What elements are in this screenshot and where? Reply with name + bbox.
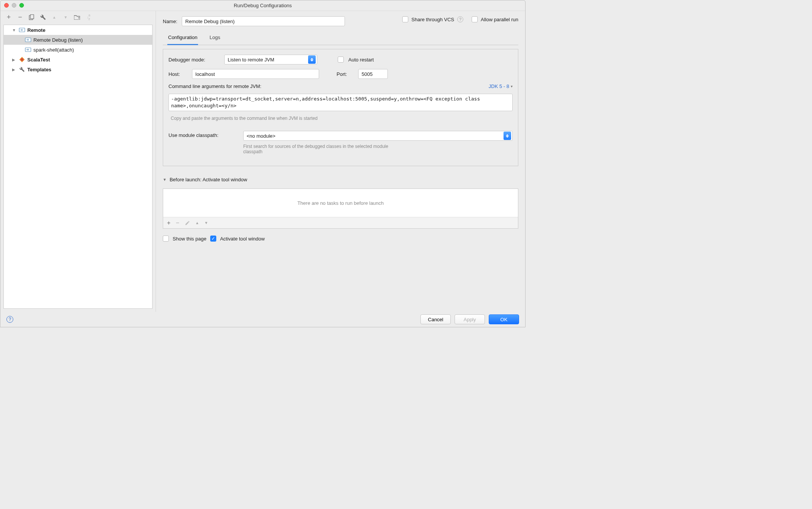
dialog-window: Run/Debug Configurations + − ▲ ▼ ↓az <box>0 0 526 327</box>
show-this-page-checkbox[interactable] <box>163 236 169 242</box>
allow-parallel-label: Allow parallel run <box>481 17 518 22</box>
select-stepper-icon <box>308 55 316 64</box>
cli-args-label: Command line arguments for remote JVM: <box>168 83 261 89</box>
close-icon[interactable] <box>4 3 9 8</box>
module-classpath-value: <no module> <box>247 133 275 139</box>
tab-logs[interactable]: Logs <box>209 31 221 45</box>
debugger-mode-select[interactable]: Listen to remote JVM <box>224 55 317 64</box>
help-button[interactable]: ? <box>6 316 13 323</box>
activate-tool-window-label: Activate tool window <box>220 236 265 242</box>
remote-icon <box>19 27 25 33</box>
chevron-down-icon: ▼ <box>12 28 17 32</box>
debugger-mode-label: Debugger mode: <box>168 57 220 63</box>
name-label: Name: <box>163 19 177 24</box>
tree-node-spark-shell-attach[interactable]: spark-shell(attach) <box>4 45 152 55</box>
tree-node-templates[interactable]: ▶ Templates <box>4 64 152 74</box>
tree-label: Remote Debug (listen) <box>33 37 83 43</box>
right-pane: Name: Share through VCS ? Allow parallel… <box>156 11 525 312</box>
tab-configuration[interactable]: Configuration <box>167 31 198 45</box>
titlebar: Run/Debug Configurations <box>0 0 525 11</box>
share-vcs-checkbox[interactable] <box>402 16 408 22</box>
port-input[interactable] <box>358 69 388 79</box>
window-controls <box>4 3 24 8</box>
chevron-right-icon: ▶ <box>12 68 17 72</box>
minimize-icon[interactable] <box>12 3 16 8</box>
cli-args-hint: Copy and paste the arguments to the comm… <box>168 116 513 121</box>
allow-parallel-checkbox[interactable] <box>472 16 478 22</box>
host-label: Host: <box>168 71 187 77</box>
tree-label: Templates <box>27 67 51 72</box>
remote-icon <box>25 47 31 52</box>
tree-label: ScalaTest <box>27 57 50 63</box>
tree-label: spark-shell(attach) <box>33 47 74 53</box>
dialog-footer: ? Cancel Apply OK <box>0 312 525 327</box>
svg-rect-5 <box>21 58 23 61</box>
port-label: Port: <box>337 71 354 77</box>
cli-args-textarea[interactable] <box>168 94 513 111</box>
share-vcs-label: Share through VCS <box>411 17 454 22</box>
chevron-down-icon: ▾ <box>511 84 513 88</box>
maximize-icon[interactable] <box>19 3 24 8</box>
before-launch-title: Before launch: Activate tool window <box>170 177 247 182</box>
name-input[interactable] <box>182 16 345 26</box>
module-classpath-hint: First search for sources of the debugged… <box>243 144 406 154</box>
chevron-right-icon: ▶ <box>12 58 17 62</box>
folder-icon[interactable] <box>74 14 80 20</box>
move-down-button[interactable]: ▼ <box>205 221 208 225</box>
move-up-button[interactable]: ▲ <box>195 221 199 225</box>
scalatest-icon <box>19 57 25 62</box>
add-task-button[interactable]: + <box>167 220 170 226</box>
activate-tool-window-checkbox[interactable]: ✓ <box>210 236 216 242</box>
module-classpath-label: Use module classpath: <box>168 131 239 138</box>
host-input[interactable] <box>192 69 319 79</box>
apply-button[interactable]: Apply <box>455 314 485 324</box>
auto-restart-checkbox[interactable] <box>338 57 344 63</box>
down-button[interactable]: ▼ <box>63 14 69 20</box>
cancel-button[interactable]: Cancel <box>420 314 451 324</box>
auto-restart-label: Auto restart <box>348 57 374 63</box>
module-classpath-select[interactable]: <no module> <box>243 131 513 141</box>
tree-node-remote-debug-listen[interactable]: Remote Debug (listen) <box>4 35 152 45</box>
help-icon[interactable]: ? <box>457 16 463 22</box>
settings-icon[interactable] <box>40 14 46 20</box>
header-options: Share through VCS ? Allow parallel run <box>402 16 518 22</box>
remove-button[interactable]: − <box>17 14 23 20</box>
add-button[interactable]: + <box>6 14 12 20</box>
tree-label: Remote <box>27 27 46 33</box>
left-pane: + − ▲ ▼ ↓az ▼ <box>0 11 156 312</box>
remote-icon <box>25 37 31 42</box>
select-stepper-icon <box>504 132 511 140</box>
svg-rect-1 <box>30 14 34 19</box>
show-this-page-label: Show this page <box>173 236 206 242</box>
jdk-version-dropdown[interactable]: JDK 5 - 8 ▾ <box>489 83 513 89</box>
window-title: Run/Debug Configurations <box>234 3 292 8</box>
wrench-icon <box>19 67 25 72</box>
tab-bar: Configuration Logs <box>163 31 518 45</box>
tree-node-scalatest[interactable]: ▶ ScalaTest <box>4 55 152 64</box>
up-button[interactable]: ▲ <box>51 14 57 20</box>
before-launch-toolbar: + − ▲ ▼ <box>163 217 518 228</box>
chevron-down-icon[interactable]: ▼ <box>163 178 167 182</box>
before-launch-panel: There are no tasks to run before launch … <box>163 189 518 229</box>
before-launch-empty: There are no tasks to run before launch <box>163 189 518 217</box>
tree-node-remote[interactable]: ▼ Remote <box>4 25 152 35</box>
edit-task-button[interactable] <box>185 220 190 226</box>
debugger-mode-value: Listen to remote JVM <box>228 57 274 63</box>
configuration-panel: Debugger mode: Listen to remote JVM Auto… <box>163 49 518 166</box>
copy-button[interactable] <box>28 14 35 20</box>
config-tree[interactable]: ▼ Remote Remote Debug (listen) <box>3 25 153 309</box>
sort-button[interactable]: ↓az <box>85 14 91 20</box>
ok-button[interactable]: OK <box>489 314 519 324</box>
remove-task-button[interactable]: − <box>176 220 179 226</box>
config-toolbar: + − ▲ ▼ ↓az <box>0 11 156 23</box>
